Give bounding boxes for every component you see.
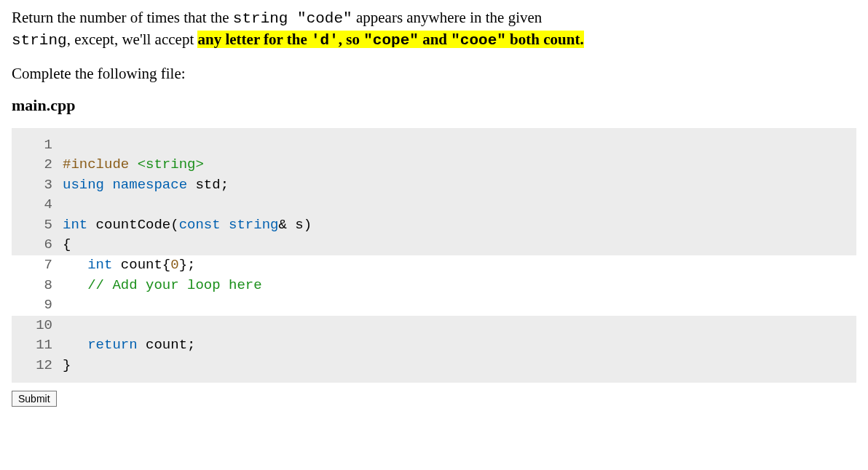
code-line: 5int countCode(const string& s) bbox=[12, 215, 856, 236]
line-number: 8 bbox=[12, 276, 63, 296]
problem-text-2: appears anywhere in the given bbox=[352, 9, 542, 26]
line-number: 6 bbox=[12, 235, 63, 255]
hl-text-1: any letter for the bbox=[197, 31, 311, 48]
code-source bbox=[63, 316, 856, 336]
hl-mono-2: "cope" bbox=[363, 32, 419, 49]
code-source: #include <string> bbox=[63, 155, 856, 175]
line-number: 7 bbox=[12, 255, 63, 276]
instruction-text: Complete the following file: bbox=[12, 65, 856, 83]
problem-highlight: any letter for the 'd', so "cope" and "c… bbox=[197, 31, 583, 48]
line-number: 3 bbox=[12, 175, 63, 196]
hl-mono-1: 'd' bbox=[311, 32, 339, 49]
line-number: 11 bbox=[12, 335, 63, 356]
code-line: 10 bbox=[12, 316, 856, 336]
code-source: int countCode(const string& s) bbox=[63, 215, 856, 236]
problem-statement: Return the number of times that the stri… bbox=[12, 7, 856, 52]
line-number: 4 bbox=[12, 195, 63, 215]
code-line[interactable]: 9 bbox=[12, 295, 856, 316]
code-line: 4 bbox=[12, 195, 856, 215]
code-line: 12} bbox=[12, 356, 856, 376]
code-line: 1 bbox=[12, 135, 856, 156]
problem-text-1: Return the number of times that the bbox=[12, 9, 233, 26]
line-number: 5 bbox=[12, 215, 63, 236]
code-source bbox=[63, 135, 856, 156]
code-line: 3using namespace std; bbox=[12, 175, 856, 196]
code-source[interactable] bbox=[63, 295, 856, 316]
filename-heading: main.cpp bbox=[12, 96, 856, 115]
code-line: 2#include <string> bbox=[12, 155, 856, 175]
problem-mono-2: string bbox=[12, 32, 67, 49]
code-line: 11 return count; bbox=[12, 335, 856, 356]
code-line[interactable]: 8 // Add your loop here bbox=[12, 276, 856, 296]
line-number: 12 bbox=[12, 356, 63, 376]
code-source[interactable]: // Add your loop here bbox=[63, 276, 856, 296]
code-source: using namespace std; bbox=[63, 175, 856, 196]
hl-text-4: both count. bbox=[506, 31, 584, 48]
problem-mono-1: string "code" bbox=[233, 10, 352, 27]
line-number: 2 bbox=[12, 155, 63, 175]
line-number: 1 bbox=[12, 135, 63, 156]
code-line[interactable]: 7 int count{0}; bbox=[12, 255, 856, 276]
hl-text-3: and bbox=[419, 31, 451, 48]
code-source bbox=[63, 195, 856, 215]
code-source[interactable]: int count{0}; bbox=[63, 255, 856, 276]
line-number: 10 bbox=[12, 316, 63, 336]
hl-mono-3: "cooe" bbox=[451, 32, 506, 49]
problem-text-3: , except, we'll accept bbox=[67, 31, 198, 48]
submit-button[interactable]: Submit bbox=[12, 391, 57, 407]
code-source: return count; bbox=[63, 335, 856, 356]
line-number: 9 bbox=[12, 295, 63, 316]
hl-text-2: , so bbox=[339, 31, 363, 48]
code-source: { bbox=[63, 235, 856, 255]
code-source: } bbox=[63, 356, 856, 376]
code-line: 6{ bbox=[12, 235, 856, 255]
code-editor[interactable]: 1 2#include <string>3using namespace std… bbox=[12, 128, 856, 383]
